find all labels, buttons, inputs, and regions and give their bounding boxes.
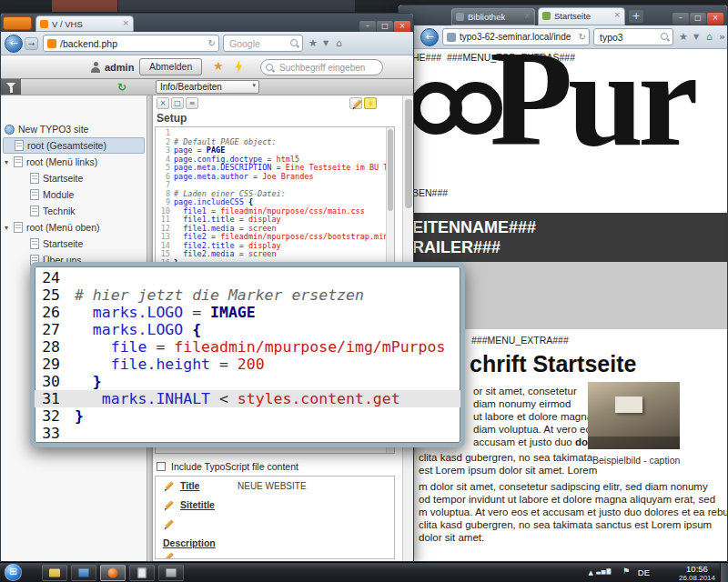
taskbar-button-firefox[interactable]: [100, 565, 126, 581]
firefox-menu-button[interactable]: [3, 16, 32, 30]
taskbar-clock[interactable]: 10:56 26.08.2014: [679, 565, 715, 582]
taskbar-button-4[interactable]: [129, 565, 155, 581]
taskbar-button-2[interactable]: [71, 565, 96, 581]
tree-item-new-typo3-site[interactable]: New TYPO3 site: [3, 121, 145, 137]
tree-item-root-gesamtseite[interactable]: root (Gesamtseite): [3, 137, 145, 154]
field-link-sitetitle[interactable]: Sitetitle: [180, 499, 215, 510]
edit-pencil-icon[interactable]: [163, 480, 175, 491]
tree-item-startseite[interactable]: Startseite: [3, 236, 145, 252]
field-link-title[interactable]: Title: [180, 480, 199, 491]
page-icon: [30, 206, 39, 216]
filter-button[interactable]: [1, 79, 21, 95]
include-checkbox[interactable]: [157, 462, 166, 471]
tab-close-icon[interactable]: ×: [122, 18, 129, 27]
tree-item-root-menü-links[interactable]: ▾root (Menü links): [3, 154, 145, 170]
close-button[interactable]: ×: [707, 13, 723, 25]
page-icon: [15, 140, 24, 151]
url-input[interactable]: [60, 36, 206, 50]
line-number: 1: [156, 129, 174, 138]
tree-item-label: Module: [43, 189, 74, 200]
search-bar[interactable]: [593, 28, 673, 45]
search-input[interactable]: [600, 30, 660, 44]
tree-item-module[interactable]: Module: [3, 186, 145, 203]
line-number: 5: [156, 164, 174, 173]
module-function-select[interactable]: Info/Bearbeiten ▾: [156, 80, 259, 94]
edit-icon[interactable]: [349, 97, 362, 109]
tray-expand-icon[interactable]: ▲: [589, 569, 593, 577]
edit-pencil-icon[interactable]: [163, 499, 175, 510]
scrollbar-thumb[interactable]: [405, 99, 412, 208]
language-indicator[interactable]: DE: [638, 567, 650, 577]
tree-item-label: root (Menü oben): [26, 222, 100, 233]
search-icon[interactable]: [661, 33, 669, 41]
new-tab-button[interactable]: +: [629, 10, 643, 23]
expand-arrow-icon[interactable]: ▾: [5, 224, 14, 232]
forward-button[interactable]: →: [25, 37, 38, 50]
tab-label: Bibliothek: [468, 12, 505, 22]
tab-startseite[interactable]: Startseite ×: [538, 7, 625, 25]
minimize-button[interactable]: –: [672, 13, 689, 25]
t3editor-toggle-icon[interactable]: [364, 97, 377, 109]
show-desktop-button[interactable]: [720, 563, 728, 582]
tab-close-icon[interactable]: ×: [613, 10, 621, 19]
taskbar-button-1[interactable]: [42, 565, 67, 581]
code-line-25: 25# hier jetzt die Marker ersetzen: [35, 286, 460, 304]
downloads-icon[interactable]: ▼: [693, 33, 699, 41]
reload-icon[interactable]: ↻: [208, 38, 216, 48]
magnifier-overlay[interactable]: 2425# hier jetzt die Marker ersetzen26 m…: [30, 262, 465, 447]
document-icon: [138, 568, 147, 578]
search-bar[interactable]: [223, 35, 303, 52]
navigation-bar: ← → ↻ ★ ▼ ⌂: [1, 32, 413, 55]
bookmark-star-icon[interactable]: ★: [308, 37, 318, 49]
tab-close-icon[interactable]: ×: [523, 11, 531, 20]
downloads-icon[interactable]: ▼: [323, 39, 329, 47]
search-icon[interactable]: [290, 39, 298, 47]
line-number: 3: [156, 146, 174, 156]
edit-pencil-icon[interactable]: [163, 518, 175, 529]
url-input[interactable]: [460, 30, 576, 44]
address-bar[interactable]: ↻: [43, 35, 219, 52]
expand-arrow-icon[interactable]: ▾: [5, 158, 14, 166]
start-button[interactable]: ⊞: [5, 564, 22, 581]
window-controls: –□×: [672, 7, 723, 25]
search-input[interactable]: [229, 36, 289, 50]
backend-search[interactable]: [260, 59, 383, 75]
marker-seitenname: EITENNAME###: [412, 218, 536, 237]
resize-editor-icon[interactable]: □: [171, 97, 184, 109]
tree-item-label: Startseite: [43, 173, 83, 184]
tree-item-startseite[interactable]: Startseite: [3, 170, 145, 186]
line-number: 33: [35, 425, 75, 442]
home-icon[interactable]: ⌂: [706, 31, 713, 43]
overflow-menu-icon[interactable]: »: [719, 31, 725, 43]
navigation-bar: ← ↻ ★ ▼ ⌂ »: [399, 25, 727, 49]
close-editor-icon[interactable]: ×: [157, 97, 169, 109]
tab-backend[interactable]: V / VHS ×: [35, 15, 134, 32]
line-number: 24: [35, 269, 75, 286]
marker-menu-extra: ###MENU_EXTRA###: [471, 335, 569, 346]
edit-pencil-icon[interactable]: [163, 551, 175, 559]
page-heading: chrift Startseite: [470, 351, 636, 377]
tab-bibliothek[interactable]: Bibliothek ×: [451, 8, 535, 25]
logout-button[interactable]: Abmelden: [139, 58, 202, 75]
back-button[interactable]: ←: [5, 35, 23, 53]
home-icon[interactable]: ⌂: [336, 37, 342, 49]
action-center-flag-icon[interactable]: ⚑: [622, 567, 630, 576]
scrollbar-thumb[interactable]: [388, 129, 393, 211]
backend-search-input[interactable]: [279, 61, 377, 74]
back-button[interactable]: ←: [420, 28, 439, 46]
line-number: 6: [156, 173, 174, 182]
bookmark-icon[interactable]: ★: [213, 59, 224, 73]
network-icon[interactable]: ▃▅▇: [596, 567, 612, 574]
line-number: 7: [156, 181, 174, 190]
refresh-tree-icon[interactable]: ↻: [117, 81, 126, 94]
clear-cache-icon[interactable]: [234, 60, 244, 74]
address-bar[interactable]: ↻: [442, 28, 590, 45]
tree-item-root-menü-oben[interactable]: ▾root (Menü oben): [3, 219, 145, 236]
line-number: 8: [156, 190, 174, 199]
maximize-button[interactable]: □: [690, 13, 706, 25]
taskbar-button-5[interactable]: [158, 565, 184, 581]
reload-icon[interactable]: ↻: [579, 32, 586, 42]
bookmark-star-icon[interactable]: ★: [679, 31, 688, 43]
editor-options-icon[interactable]: ≡: [186, 97, 198, 109]
tree-item-technik[interactable]: Technik: [3, 203, 145, 219]
